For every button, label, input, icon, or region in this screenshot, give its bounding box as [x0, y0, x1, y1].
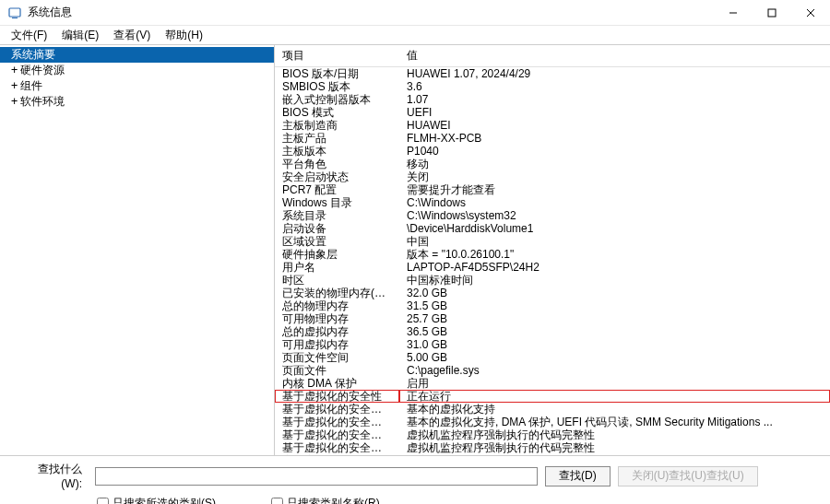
cell-key: 主板版本 [275, 145, 399, 158]
tree-components[interactable]: +组件 [0, 78, 274, 94]
cell-key: 可用虚拟内存 [275, 338, 399, 351]
cell-value: 正在运行 [399, 390, 830, 403]
table-row[interactable]: 主板产品FLMH-XX-PCB [275, 132, 830, 145]
cell-value: C:\Windows\system32 [399, 209, 830, 222]
cell-value: 虚拟机监控程序强制执行的代码完整性 [399, 441, 830, 454]
table-row[interactable]: 内核 DMA 保护启用 [275, 377, 830, 390]
cell-value: \Device\HarddiskVolume1 [399, 222, 830, 235]
window-title: 系统信息 [28, 5, 714, 20]
minimize-button[interactable] [714, 0, 753, 26]
cell-value: 31.5 GB [399, 299, 830, 312]
cell-value: C:\Windows [399, 196, 830, 209]
cell-key: 启动设备 [275, 222, 399, 235]
checkbox-selected-only[interactable]: 只搜索所选的类别(S) [97, 496, 216, 504]
cell-value: 32.0 GB [399, 287, 830, 299]
cell-value: HUAWEI [399, 119, 830, 132]
cell-key: 主板产品 [275, 132, 399, 145]
table-row[interactable]: 主板制造商HUAWEI [275, 119, 830, 132]
table-row[interactable]: BIOS 模式UEFI [275, 106, 830, 119]
table-row[interactable]: 页面文件C:\pagefile.sys [275, 364, 830, 377]
table-row[interactable]: BIOS 版本/日期HUAWEI 1.07, 2024/4/29 [275, 67, 830, 81]
cell-key: 基于虚拟化的安全服务正在运行 [275, 441, 399, 454]
content-panel[interactable]: 项目 值 BIOS 版本/日期HUAWEI 1.07, 2024/4/29SMB… [275, 45, 830, 455]
table-row[interactable]: 时区中国标准时间 [275, 274, 830, 287]
search-bar: 查找什么(W): 查找(D) 关闭(U)查找(U)查找(U) 只搜索所选的类别(… [0, 455, 830, 504]
info-table: 项目 值 BIOS 版本/日期HUAWEI 1.07, 2024/4/29SMB… [275, 45, 830, 455]
tree-hardware[interactable]: +硬件资源 [0, 63, 274, 78]
table-row[interactable]: Windows 目录C:\Windows [275, 196, 830, 209]
svg-rect-3 [768, 9, 776, 17]
cell-value: 启用 [399, 377, 830, 390]
table-row[interactable]: 平台角色移动 [275, 158, 830, 170]
table-row[interactable]: 安全启动状态关闭 [275, 170, 830, 183]
table-row[interactable]: 页面文件空间5.00 GB [275, 351, 830, 364]
table-row[interactable]: 硬件抽象层版本 = "10.0.26100.1" [275, 248, 830, 261]
cell-value: 中国标准时间 [399, 274, 830, 287]
cell-key: PCR7 配置 [275, 183, 399, 196]
checkbox-names-only[interactable]: 只搜索类别名称(R) [271, 496, 380, 504]
cell-key: 用户名 [275, 261, 399, 274]
menu-edit[interactable]: 编辑(E) [54, 26, 106, 45]
cell-value: 移动 [399, 158, 830, 170]
checkbox-selected-only-box[interactable] [97, 498, 109, 504]
cell-value: LAPTOP-AF4D5SFP\24H2 [399, 261, 830, 274]
table-row[interactable]: 主板版本P1040 [275, 145, 830, 158]
table-row[interactable]: 基于虚拟化的安全性要求的安...基本的虚拟化支持 [275, 403, 830, 416]
tree-software[interactable]: +软件环境 [0, 94, 274, 110]
table-row[interactable]: 嵌入式控制器版本1.07 [275, 93, 830, 106]
cell-key: 区域设置 [275, 235, 399, 248]
table-row[interactable]: 已安装的物理内存(RAM)32.0 GB [275, 287, 830, 299]
table-row[interactable]: 基于虚拟化的安全服务已配置虚拟机监控程序强制执行的代码完整性 [275, 428, 830, 441]
cell-key: 已安装的物理内存(RAM) [275, 287, 399, 299]
table-row[interactable]: 用户名LAPTOP-AF4D5SFP\24H2 [275, 261, 830, 274]
table-row[interactable]: 启动设备\Device\HarddiskVolume1 [275, 222, 830, 235]
cell-value: FLMH-XX-PCB [399, 132, 830, 145]
cell-key: 基于虚拟化的安全性 [275, 390, 399, 403]
cell-key: 主板制造商 [275, 119, 399, 132]
cell-key: 基于虚拟化的安全性提供的安... [275, 416, 399, 428]
table-row[interactable]: 区域设置中国 [275, 235, 830, 248]
cell-key: 总的虚拟内存 [275, 325, 399, 338]
cell-value: 中国 [399, 235, 830, 248]
find-button[interactable]: 查找(D) [545, 466, 611, 486]
table-row[interactable]: 可用物理内存25.7 GB [275, 312, 830, 325]
table-row[interactable]: 基于虚拟化的安全性正在运行 [275, 390, 830, 403]
cell-key: 硬件抽象层 [275, 248, 399, 261]
cell-key: 可用物理内存 [275, 312, 399, 325]
table-row[interactable]: 可用虚拟内存31.0 GB [275, 338, 830, 351]
cell-value: 5.00 GB [399, 351, 830, 364]
cell-value: 虚拟机监控程序强制执行的代码完整性 [399, 428, 830, 441]
table-row[interactable]: SMBIOS 版本3.6 [275, 80, 830, 93]
main-area: 系统摘要 +硬件资源 +组件 +软件环境 项目 值 BIOS 版本/日期HUAW… [0, 44, 830, 455]
cell-value: 25.7 GB [399, 312, 830, 325]
header-item[interactable]: 项目 [275, 45, 399, 67]
table-row[interactable]: 基于虚拟化的安全性提供的安...基本的虚拟化支持, DMA 保护, UEFI 代… [275, 416, 830, 428]
tree-summary[interactable]: 系统摘要 [0, 47, 274, 63]
header-value[interactable]: 值 [399, 45, 830, 67]
table-row[interactable]: 系统目录C:\Windows\system32 [275, 209, 830, 222]
table-row[interactable]: 商用应用控制策略已实施 [275, 454, 830, 455]
table-row[interactable]: 总的虚拟内存36.5 GB [275, 325, 830, 338]
cell-key: 安全启动状态 [275, 170, 399, 183]
search-input[interactable] [95, 467, 538, 486]
cell-key: 基于虚拟化的安全服务已配置 [275, 428, 399, 441]
svg-rect-1 [12, 18, 18, 18]
close-button[interactable] [791, 0, 830, 26]
menu-view[interactable]: 查看(V) [106, 26, 158, 45]
cell-key: Windows 目录 [275, 196, 399, 209]
cell-value: 1.07 [399, 93, 830, 106]
search-label: 查找什么(W): [18, 462, 88, 490]
table-row[interactable]: PCR7 配置需要提升才能查看 [275, 183, 830, 196]
menu-file[interactable]: 文件(F) [4, 26, 54, 45]
checkbox-names-only-box[interactable] [271, 498, 283, 504]
cell-value: 版本 = "10.0.26100.1" [399, 248, 830, 261]
cell-value: 已实施 [399, 454, 830, 455]
menu-help[interactable]: 帮助(H) [158, 26, 210, 45]
table-row[interactable]: 总的物理内存31.5 GB [275, 299, 830, 312]
tree-panel: 系统摘要 +硬件资源 +组件 +软件环境 [0, 45, 275, 455]
close-find-button: 关闭(U)查找(U)查找(U) [618, 466, 758, 486]
cell-value: UEFI [399, 106, 830, 119]
maximize-button[interactable] [753, 0, 791, 26]
table-row[interactable]: 基于虚拟化的安全服务正在运行虚拟机监控程序强制执行的代码完整性 [275, 441, 830, 454]
cell-value: 基本的虚拟化支持, DMA 保护, UEFI 代码只读, SMM Securit… [399, 416, 830, 428]
